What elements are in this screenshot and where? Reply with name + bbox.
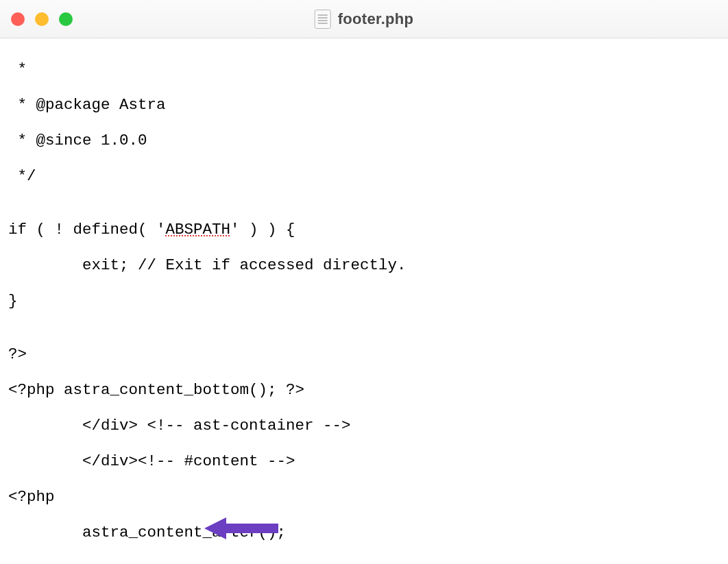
window-title: footer.php: [338, 10, 414, 28]
code-line: */: [8, 167, 720, 185]
title-center: footer.php: [315, 10, 414, 29]
zoom-window-button[interactable]: [59, 12, 73, 26]
code-line: <?php astra_content_bottom(); ?>: [8, 381, 720, 399]
code-line: exit; // Exit if accessed directly.: [8, 256, 720, 274]
code-line: * @package Astra: [8, 96, 720, 114]
text-editor-content[interactable]: * * @package Astra * @since 1.0.0 */ if …: [0, 38, 728, 564]
code-line: <?php: [8, 488, 720, 506]
window-titlebar: footer.php: [0, 0, 728, 38]
code-line: }: [8, 292, 720, 310]
document-icon: [315, 10, 331, 29]
code-line: </div><!-- #content -->: [8, 452, 720, 470]
code-line: * @since 1.0.0: [8, 132, 720, 149]
close-window-button[interactable]: [11, 12, 25, 26]
traffic-lights: [11, 12, 73, 26]
code-line: if ( ! defined( 'ABSPATH' ) ) {: [8, 221, 720, 238]
code-line: ?>: [8, 345, 720, 363]
code-line: *: [8, 60, 720, 78]
code-line: astra_content_after();: [8, 524, 720, 541]
minimize-window-button[interactable]: [35, 12, 49, 26]
spellcheck-underline: ABSPATH: [166, 221, 231, 238]
code-line: </div> <!-- ast-container -->: [8, 417, 720, 434]
